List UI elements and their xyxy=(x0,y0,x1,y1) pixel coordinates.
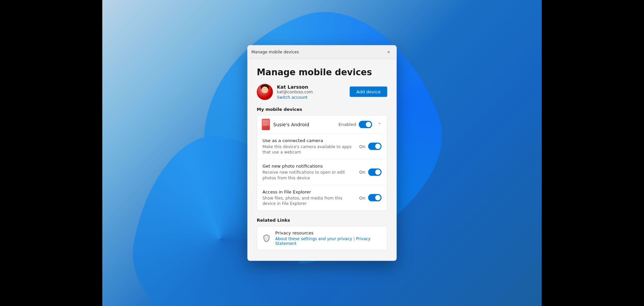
avatar-image xyxy=(257,84,273,100)
related-links-label: Related Links xyxy=(257,218,387,223)
setting-row-inner-explorer: Access in File Explorer Show files, phot… xyxy=(263,189,382,207)
toggle-container-camera: On xyxy=(359,143,381,150)
privacy-links: About these settings and your privacy | … xyxy=(275,236,382,246)
chevron-up-icon[interactable]: ⌃ xyxy=(377,122,382,127)
privacy-separator: | xyxy=(352,236,356,241)
manage-mobile-devices-dialog: Manage mobile devices × Manage mobile de… xyxy=(248,45,397,261)
setting-desc-explorer: Show files, photos, and media from this … xyxy=(263,195,356,207)
toggle-label-photos: On xyxy=(359,170,365,175)
dialog-content: Manage mobile devices Kat Larsson kat@co… xyxy=(248,59,397,261)
device-card: Susie's Android Enabled ⌃ Use as a conne… xyxy=(257,115,387,211)
privacy-link-settings[interactable]: About these settings and your privacy xyxy=(275,236,352,241)
dialog-title: Manage mobile devices xyxy=(252,49,299,54)
account-info: Kat Larsson kat@contoso.com Switch accou… xyxy=(257,84,313,100)
account-name: Kat Larsson xyxy=(277,84,313,89)
explorer-toggle[interactable] xyxy=(368,194,382,202)
setting-text-explorer: Access in File Explorer Show files, phot… xyxy=(263,189,360,207)
device-info: Susie's Android xyxy=(262,119,309,130)
enabled-label: Enabled xyxy=(338,122,356,127)
device-enabled-toggle[interactable] xyxy=(359,121,372,128)
setting-text-photos: Get new photo notifications Receive new … xyxy=(263,164,360,181)
setting-title-explorer: Access in File Explorer xyxy=(263,189,356,194)
setting-desc-photos: Receive new notifications to open or edi… xyxy=(263,170,356,181)
privacy-text: Privacy resources About these settings a… xyxy=(275,230,382,246)
setting-text-camera: Use as a connected camera Make this devi… xyxy=(263,138,360,155)
setting-row-explorer: Access in File Explorer Show files, phot… xyxy=(257,185,387,211)
photos-toggle[interactable] xyxy=(368,169,382,176)
account-row: Kat Larsson kat@contoso.com Switch accou… xyxy=(257,84,387,100)
phone-icon xyxy=(262,119,270,130)
setting-row-camera: Use as a connected camera Make this devi… xyxy=(257,134,387,160)
setting-desc-camera: Make this device's camera available to a… xyxy=(263,144,356,155)
setting-title-photos: Get new photo notifications xyxy=(263,164,356,169)
avatar-face xyxy=(262,86,268,93)
toggle-container-explorer: On xyxy=(359,194,381,202)
account-details: Kat Larsson kat@contoso.com Switch accou… xyxy=(277,84,313,99)
avatar xyxy=(257,84,273,100)
page-heading: Manage mobile devices xyxy=(257,67,387,77)
toggle-label-explorer: On xyxy=(359,195,365,201)
close-button[interactable]: × xyxy=(385,48,393,56)
add-device-button[interactable]: Add device xyxy=(350,87,387,97)
setting-row-inner: Use as a connected camera Make this devi… xyxy=(263,138,382,155)
dialog-titlebar: Manage mobile devices × xyxy=(248,45,397,59)
account-email: kat@contoso.com xyxy=(277,89,313,94)
toggle-label-camera: On xyxy=(359,144,365,149)
setting-title-camera: Use as a connected camera xyxy=(263,138,356,143)
device-enabled-row: Enabled ⌃ xyxy=(338,121,382,128)
device-name: Susie's Android xyxy=(273,122,309,127)
toggle-container-photos: On xyxy=(359,169,381,176)
device-header: Susie's Android Enabled ⌃ xyxy=(257,115,387,134)
black-right-bar xyxy=(542,0,644,306)
camera-toggle[interactable] xyxy=(368,143,382,150)
black-left-bar xyxy=(0,0,102,306)
privacy-title: Privacy resources xyxy=(275,230,382,235)
related-links-section: Related Links Privacy resources About th… xyxy=(257,218,387,250)
setting-row-inner-photos: Get new photo notifications Receive new … xyxy=(263,164,382,181)
privacy-card: Privacy resources About these settings a… xyxy=(257,226,387,250)
setting-row-photos: Get new photo notifications Receive new … xyxy=(257,160,387,185)
switch-account-link[interactable]: Switch account xyxy=(277,95,313,99)
my-devices-label: My mobile devices xyxy=(257,106,387,112)
shield-icon xyxy=(262,233,271,243)
